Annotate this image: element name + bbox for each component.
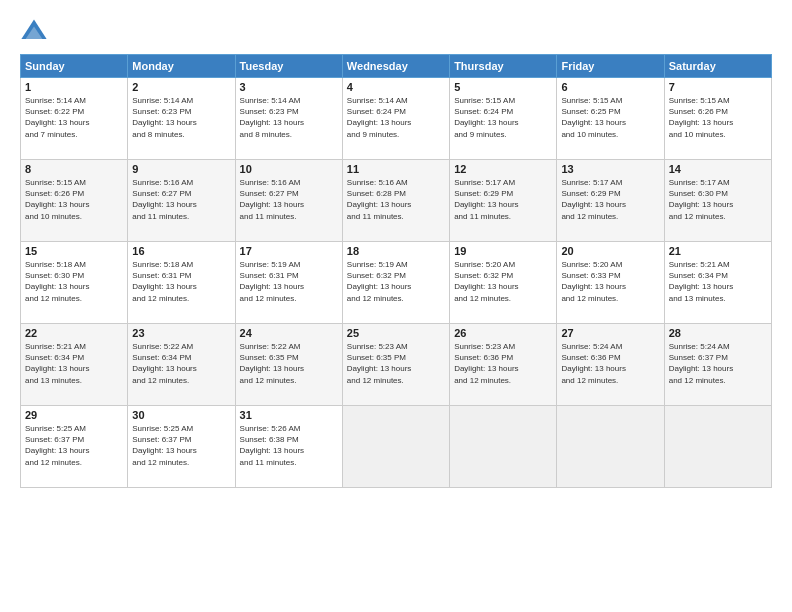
- calendar-cell: 15Sunrise: 5:18 AMSunset: 6:30 PMDayligh…: [21, 242, 128, 324]
- column-header-wednesday: Wednesday: [342, 55, 449, 78]
- calendar-cell: 19Sunrise: 5:20 AMSunset: 6:32 PMDayligh…: [450, 242, 557, 324]
- week-row-5: 29Sunrise: 5:25 AMSunset: 6:37 PMDayligh…: [21, 406, 772, 488]
- calendar-cell: 27Sunrise: 5:24 AMSunset: 6:36 PMDayligh…: [557, 324, 664, 406]
- calendar-cell: 18Sunrise: 5:19 AMSunset: 6:32 PMDayligh…: [342, 242, 449, 324]
- day-info: Sunrise: 5:14 AMSunset: 6:24 PMDaylight:…: [347, 96, 411, 139]
- day-info: Sunrise: 5:18 AMSunset: 6:30 PMDaylight:…: [25, 260, 89, 303]
- day-info: Sunrise: 5:16 AMSunset: 6:28 PMDaylight:…: [347, 178, 411, 221]
- day-number: 28: [669, 327, 767, 339]
- calendar-cell: 17Sunrise: 5:19 AMSunset: 6:31 PMDayligh…: [235, 242, 342, 324]
- calendar-cell: [450, 406, 557, 488]
- page: SundayMondayTuesdayWednesdayThursdayFrid…: [0, 0, 792, 612]
- calendar-cell: 5Sunrise: 5:15 AMSunset: 6:24 PMDaylight…: [450, 78, 557, 160]
- day-number: 6: [561, 81, 659, 93]
- day-number: 24: [240, 327, 338, 339]
- day-info: Sunrise: 5:16 AMSunset: 6:27 PMDaylight:…: [132, 178, 196, 221]
- day-number: 13: [561, 163, 659, 175]
- day-info: Sunrise: 5:24 AMSunset: 6:37 PMDaylight:…: [669, 342, 733, 385]
- calendar: SundayMondayTuesdayWednesdayThursdayFrid…: [20, 54, 772, 488]
- day-info: Sunrise: 5:21 AMSunset: 6:34 PMDaylight:…: [669, 260, 733, 303]
- calendar-cell: 29Sunrise: 5:25 AMSunset: 6:37 PMDayligh…: [21, 406, 128, 488]
- calendar-cell: 14Sunrise: 5:17 AMSunset: 6:30 PMDayligh…: [664, 160, 771, 242]
- day-number: 4: [347, 81, 445, 93]
- calendar-cell: [664, 406, 771, 488]
- day-info: Sunrise: 5:25 AMSunset: 6:37 PMDaylight:…: [132, 424, 196, 467]
- calendar-cell: 1Sunrise: 5:14 AMSunset: 6:22 PMDaylight…: [21, 78, 128, 160]
- day-number: 27: [561, 327, 659, 339]
- calendar-cell: 23Sunrise: 5:22 AMSunset: 6:34 PMDayligh…: [128, 324, 235, 406]
- day-info: Sunrise: 5:15 AMSunset: 6:24 PMDaylight:…: [454, 96, 518, 139]
- day-info: Sunrise: 5:15 AMSunset: 6:26 PMDaylight:…: [669, 96, 733, 139]
- day-number: 8: [25, 163, 123, 175]
- week-row-3: 15Sunrise: 5:18 AMSunset: 6:30 PMDayligh…: [21, 242, 772, 324]
- day-number: 7: [669, 81, 767, 93]
- calendar-cell: [342, 406, 449, 488]
- day-number: 3: [240, 81, 338, 93]
- column-header-saturday: Saturday: [664, 55, 771, 78]
- day-info: Sunrise: 5:14 AMSunset: 6:22 PMDaylight:…: [25, 96, 89, 139]
- day-number: 15: [25, 245, 123, 257]
- calendar-cell: 2Sunrise: 5:14 AMSunset: 6:23 PMDaylight…: [128, 78, 235, 160]
- day-info: Sunrise: 5:18 AMSunset: 6:31 PMDaylight:…: [132, 260, 196, 303]
- day-number: 12: [454, 163, 552, 175]
- day-number: 16: [132, 245, 230, 257]
- calendar-cell: 6Sunrise: 5:15 AMSunset: 6:25 PMDaylight…: [557, 78, 664, 160]
- column-header-friday: Friday: [557, 55, 664, 78]
- day-number: 21: [669, 245, 767, 257]
- column-header-sunday: Sunday: [21, 55, 128, 78]
- column-header-monday: Monday: [128, 55, 235, 78]
- day-number: 31: [240, 409, 338, 421]
- day-info: Sunrise: 5:17 AMSunset: 6:29 PMDaylight:…: [561, 178, 625, 221]
- day-number: 11: [347, 163, 445, 175]
- day-number: 19: [454, 245, 552, 257]
- day-info: Sunrise: 5:23 AMSunset: 6:35 PMDaylight:…: [347, 342, 411, 385]
- day-number: 22: [25, 327, 123, 339]
- day-info: Sunrise: 5:22 AMSunset: 6:35 PMDaylight:…: [240, 342, 304, 385]
- calendar-cell: 25Sunrise: 5:23 AMSunset: 6:35 PMDayligh…: [342, 324, 449, 406]
- day-info: Sunrise: 5:16 AMSunset: 6:27 PMDaylight:…: [240, 178, 304, 221]
- calendar-cell: 7Sunrise: 5:15 AMSunset: 6:26 PMDaylight…: [664, 78, 771, 160]
- day-number: 1: [25, 81, 123, 93]
- day-info: Sunrise: 5:17 AMSunset: 6:30 PMDaylight:…: [669, 178, 733, 221]
- day-info: Sunrise: 5:23 AMSunset: 6:36 PMDaylight:…: [454, 342, 518, 385]
- day-info: Sunrise: 5:25 AMSunset: 6:37 PMDaylight:…: [25, 424, 89, 467]
- day-info: Sunrise: 5:26 AMSunset: 6:38 PMDaylight:…: [240, 424, 304, 467]
- logo: [20, 18, 52, 46]
- day-number: 2: [132, 81, 230, 93]
- header: [20, 18, 772, 46]
- calendar-cell: 28Sunrise: 5:24 AMSunset: 6:37 PMDayligh…: [664, 324, 771, 406]
- day-number: 9: [132, 163, 230, 175]
- day-number: 5: [454, 81, 552, 93]
- day-info: Sunrise: 5:19 AMSunset: 6:32 PMDaylight:…: [347, 260, 411, 303]
- week-row-1: 1Sunrise: 5:14 AMSunset: 6:22 PMDaylight…: [21, 78, 772, 160]
- day-info: Sunrise: 5:24 AMSunset: 6:36 PMDaylight:…: [561, 342, 625, 385]
- calendar-cell: 20Sunrise: 5:20 AMSunset: 6:33 PMDayligh…: [557, 242, 664, 324]
- week-row-2: 8Sunrise: 5:15 AMSunset: 6:26 PMDaylight…: [21, 160, 772, 242]
- day-info: Sunrise: 5:14 AMSunset: 6:23 PMDaylight:…: [132, 96, 196, 139]
- calendar-cell: 8Sunrise: 5:15 AMSunset: 6:26 PMDaylight…: [21, 160, 128, 242]
- day-info: Sunrise: 5:17 AMSunset: 6:29 PMDaylight:…: [454, 178, 518, 221]
- calendar-cell: 22Sunrise: 5:21 AMSunset: 6:34 PMDayligh…: [21, 324, 128, 406]
- day-number: 17: [240, 245, 338, 257]
- column-header-tuesday: Tuesday: [235, 55, 342, 78]
- calendar-cell: 9Sunrise: 5:16 AMSunset: 6:27 PMDaylight…: [128, 160, 235, 242]
- calendar-cell: 13Sunrise: 5:17 AMSunset: 6:29 PMDayligh…: [557, 160, 664, 242]
- day-number: 20: [561, 245, 659, 257]
- day-number: 26: [454, 327, 552, 339]
- day-info: Sunrise: 5:15 AMSunset: 6:25 PMDaylight:…: [561, 96, 625, 139]
- day-info: Sunrise: 5:20 AMSunset: 6:33 PMDaylight:…: [561, 260, 625, 303]
- day-info: Sunrise: 5:19 AMSunset: 6:31 PMDaylight:…: [240, 260, 304, 303]
- calendar-cell: 26Sunrise: 5:23 AMSunset: 6:36 PMDayligh…: [450, 324, 557, 406]
- day-number: 23: [132, 327, 230, 339]
- day-number: 14: [669, 163, 767, 175]
- day-info: Sunrise: 5:14 AMSunset: 6:23 PMDaylight:…: [240, 96, 304, 139]
- day-info: Sunrise: 5:21 AMSunset: 6:34 PMDaylight:…: [25, 342, 89, 385]
- day-number: 18: [347, 245, 445, 257]
- calendar-cell: 3Sunrise: 5:14 AMSunset: 6:23 PMDaylight…: [235, 78, 342, 160]
- calendar-cell: 30Sunrise: 5:25 AMSunset: 6:37 PMDayligh…: [128, 406, 235, 488]
- calendar-cell: [557, 406, 664, 488]
- calendar-cell: 16Sunrise: 5:18 AMSunset: 6:31 PMDayligh…: [128, 242, 235, 324]
- calendar-cell: 12Sunrise: 5:17 AMSunset: 6:29 PMDayligh…: [450, 160, 557, 242]
- column-header-thursday: Thursday: [450, 55, 557, 78]
- day-info: Sunrise: 5:20 AMSunset: 6:32 PMDaylight:…: [454, 260, 518, 303]
